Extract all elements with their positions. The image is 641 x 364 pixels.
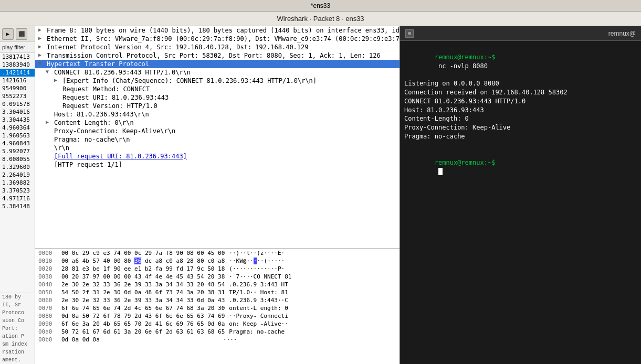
packet-row[interactable]: 5.992077: [0, 147, 35, 155]
terminal-window-btn[interactable]: ⊞: [405, 29, 414, 38]
full-uri-link[interactable]: [Full request URI: 81.0.236.93:443]: [54, 153, 187, 160]
detail-text: Frame 8: 180 bytes on wire (1440 bits), …: [47, 27, 400, 34]
packet-row[interactable]: 13883940: [0, 61, 35, 69]
expand-icon: [46, 153, 52, 158]
hex-row: 0050 54 50 2f 31 2e 30 0d 0a 48 6f 73 74…: [35, 288, 400, 296]
hex-offset: 0080: [38, 313, 57, 319]
detail-text: Host: 81.0.236.93:443\r\n: [54, 111, 149, 118]
hex-ascii: TP/1.0·· Host: 81: [229, 289, 288, 296]
detail-row-request-num[interactable]: [HTTP request 1/1]: [35, 160, 400, 169]
hex-offset: 0060: [38, 297, 57, 304]
sidebar-footer: Protoco: [0, 309, 35, 317]
detail-text: Pragma: no-cache\r\n: [54, 136, 130, 143]
detail-row-ethernet[interactable]: ▶ Ethernet II, Src: VMware_7a:f8:90 (00:…: [35, 35, 400, 43]
hex-offset: 0070: [38, 305, 57, 312]
detail-row-pragma[interactable]: Pragma: no-cache\r\n: [35, 135, 400, 144]
sidebar-footer: Port:: [0, 325, 35, 333]
sidebar-footer: ament.: [0, 356, 35, 364]
hex-row: 00a0 50 72 61 67 6d 61 3a 20 6e 6f 2d 63…: [35, 328, 400, 336]
terminal-prompt-end[interactable]: remnux@remnux:~$: [404, 150, 637, 185]
hex-bytes: 00 a6 4b 57 40 00 80 36 dc a8 c0 a8 28 8…: [61, 258, 225, 264]
detail-row-version[interactable]: Request Version: HTTP/1.0: [35, 102, 400, 110]
main-container: ▶ ⬛ play filter 13817413 13883940 .14214…: [0, 26, 641, 364]
packet-row[interactable]: 4.960843: [0, 140, 35, 147]
hex-offset: 00b0: [38, 336, 57, 343]
detail-text: Ethernet II, Src: VMware_7a:f8:90 (00:0c…: [47, 35, 400, 42]
hex-offset: 0050: [38, 289, 57, 296]
packet-row[interactable]: 4.960364: [0, 124, 35, 132]
packet-row[interactable]: 5.384148: [0, 202, 35, 210]
packet-row[interactable]: 9549900: [0, 84, 35, 92]
hex-row: 0070 6f 6e 74 65 6e 74 2d 4c 65 6e 67 74…: [35, 304, 400, 312]
packet-row[interactable]: 9552273: [0, 92, 35, 100]
detail-row-host[interactable]: Host: 81.0.236.93:443\r\n: [35, 110, 400, 119]
hex-ascii: (·············P·: [229, 265, 285, 272]
cursor: [435, 168, 443, 175]
terminal-line: remnux@remnux:~$ nc -nvlp 8080: [404, 44, 637, 79]
detail-text: Content-Length: 0\r\n: [54, 119, 134, 126]
terminal-line: Connection received on 192.168.40.128 58…: [404, 88, 637, 97]
packet-row[interactable]: 13817413: [0, 53, 35, 61]
hex-row: 00b0 0d 0a 0d 0a ····: [35, 336, 400, 344]
hex-ascii: ····: [223, 336, 237, 343]
packet-row[interactable]: 3.304016: [0, 108, 35, 116]
hex-offset: 0010: [38, 258, 57, 264]
detail-text: Request Version: HTTP/1.0: [62, 102, 157, 110]
expand-icon: [54, 94, 60, 100]
hex-bytes: 0d 0a 0d 0a: [61, 336, 219, 343]
toolbar-btn-2[interactable]: ⬛: [16, 28, 27, 40]
packet-row-selected[interactable]: .1421414: [0, 69, 35, 77]
detail-row-http[interactable]: ▼ Hypertext Transfer Protocol: [35, 60, 400, 68]
expand-icon: [46, 144, 52, 150]
terminal-body: remnux@remnux:~$ nc -nvlp 8080 Listening…: [400, 41, 641, 364]
detail-row-proxy[interactable]: Proxy-Connection: Keep-Alive\r\n: [35, 127, 400, 135]
ws-header: Wireshark · Packet 8 · ens33: [0, 12, 641, 26]
hex-ascii: ontent-L ength: 0: [229, 305, 288, 312]
expand-icon: [46, 111, 52, 116]
detail-text: Request Method: CONNECT: [62, 85, 150, 93]
packet-row[interactable]: 2.264019: [0, 171, 35, 179]
packet-row[interactable]: 3.370523: [0, 187, 35, 195]
prompt: remnux@remnux:~$: [435, 53, 496, 61]
prompt: remnux@remnux:~$: [435, 159, 496, 166]
packet-row[interactable]: 1.329600: [0, 163, 35, 171]
expand-icon: ▶: [38, 52, 45, 58]
hex-bytes: 54 50 2f 31 2e 30 0d 0a 48 6f 73 74 3a 2…: [61, 289, 225, 296]
hex-offset: 0000: [38, 250, 57, 256]
detail-row-content-length[interactable]: ▶ Content-Length: 0\r\n: [35, 119, 400, 127]
hex-bytes: 2e 30 2e 32 33 36 2e 39 33 3a 34 34 33 2…: [61, 281, 225, 288]
packet-row[interactable]: 1.960563: [0, 132, 35, 140]
toolbar-btn-1[interactable]: ▶: [2, 28, 14, 40]
detail-row-ip[interactable]: ▶ Internet Protocol Version 4, Src: 192.…: [35, 43, 400, 51]
detail-text: Request URI: 81.0.236.93:443: [62, 94, 169, 101]
expand-icon: [46, 127, 52, 133]
detail-row-connect[interactable]: ▼ CONNECT 81.0.236.93:443 HTTP/1.0\r\n: [35, 68, 400, 77]
terminal-header: ⊞ remnux@: [400, 26, 641, 41]
expand-icon: [54, 102, 60, 108]
detail-row-method[interactable]: Request Method: CONNECT: [35, 85, 400, 93]
detail-row-frame[interactable]: ▶ Frame 8: 180 bytes on wire (1440 bits)…: [35, 26, 400, 35]
hex-row: 0000 00 0c 29 c9 e3 74 00 0c 29 7a f8 90…: [35, 249, 400, 257]
hex-row: 0090 6f 6e 3a 20 4b 65 65 70 2d 41 6c 69…: [35, 320, 400, 328]
terminal-title: remnux@: [608, 30, 636, 37]
sidebar-footer: sm index: [0, 340, 35, 348]
sidebar: ▶ ⬛ play filter 13817413 13883940 .14214…: [0, 26, 35, 364]
detail-row-full-uri[interactable]: [Full request URI: 81.0.236.93:443]: [35, 152, 400, 160]
packet-row[interactable]: 0.091578: [0, 100, 35, 108]
packet-row[interactable]: 1421616: [0, 77, 35, 84]
hex-ascii: Pragma: no-cache: [229, 328, 285, 335]
hex-offset: 00a0: [38, 328, 57, 335]
packet-row[interactable]: 4.971716: [0, 195, 35, 202]
packet-row[interactable]: 3.304435: [0, 116, 35, 124]
packet-row[interactable]: 1.369882: [0, 179, 35, 187]
detail-row-uri[interactable]: Request URI: 81.0.236.93:443: [35, 93, 400, 102]
detail-row-crlf[interactable]: \r\n: [35, 144, 400, 152]
expand-icon: ▼: [38, 60, 45, 66]
hex-ascii: on: Keep -Alive··: [229, 320, 288, 327]
detail-row-tcp[interactable]: ▶ Transmission Control Protocol, Src Por…: [35, 51, 400, 60]
hex-bytes: 2e 30 2e 32 33 36 2e 39 33 3a 34 34 33 0…: [61, 297, 225, 304]
packet-row[interactable]: 8.008055: [0, 155, 35, 163]
expand-icon: ▶: [38, 27, 45, 33]
sidebar-footer: 180 by: [0, 293, 35, 301]
detail-row-expert[interactable]: ▶ [Expert Info (Chat/Sequence): CONNECT …: [35, 77, 400, 85]
